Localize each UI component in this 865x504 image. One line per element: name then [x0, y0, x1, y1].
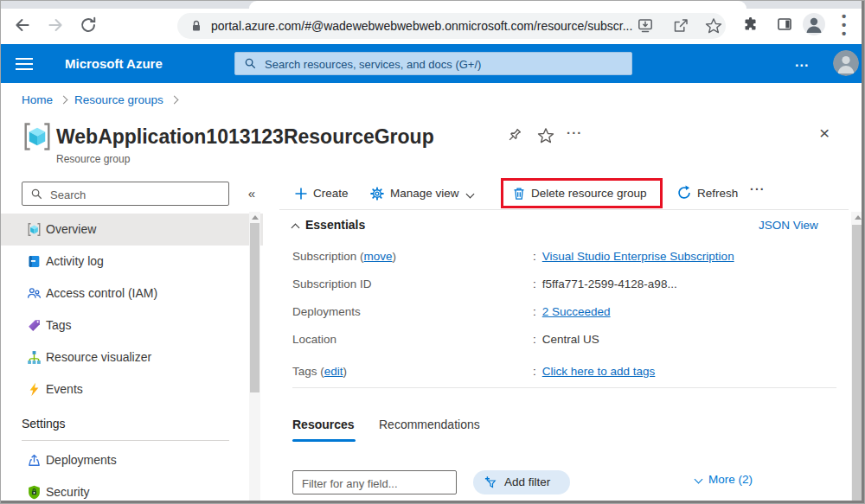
page-subtitle: Resource group — [56, 153, 130, 165]
divider — [22, 440, 229, 441]
resource-group-icon — [27, 222, 42, 237]
plus-icon — [294, 187, 308, 201]
location-value: Central US — [542, 333, 599, 346]
json-view-link[interactable]: JSON View — [759, 219, 818, 232]
active-tab[interactable] — [249, 1, 746, 9]
save-to-device-icon[interactable] — [637, 17, 654, 35]
sidebar-item-deployments[interactable]: Deployments — [1, 444, 263, 476]
close-icon[interactable]: × — [819, 123, 830, 144]
subscription-link[interactable]: Visual Studio Enterprise Subscription — [542, 250, 734, 263]
share-icon[interactable] — [672, 17, 689, 35]
scroll-up-arrow-icon[interactable] — [855, 215, 862, 220]
sidebar-search-input[interactable] — [48, 183, 225, 206]
sidebar-section-settings: Settings — [22, 417, 66, 431]
essentials-row-subscription: Subscription (move) :Visual Studio Enter… — [1, 250, 849, 267]
filter-field[interactable] — [292, 470, 457, 494]
account-avatar[interactable] — [833, 50, 859, 76]
chevron-up-icon — [292, 224, 300, 233]
window-border — [862, 1, 864, 503]
global-search-input[interactable] — [263, 53, 621, 76]
add-tags-link[interactable]: Click here to add tags — [542, 365, 656, 378]
hamburger-menu-icon[interactable] — [16, 58, 33, 70]
side-panel-icon[interactable] — [776, 16, 793, 33]
chevron-right-icon — [60, 96, 68, 105]
tab-resources[interactable]: Resources — [292, 418, 355, 431]
essentials-row-tags: Tags (edit) :Click here to add tags — [1, 365, 849, 382]
add-filter-funnel-icon — [484, 475, 498, 489]
bookmark-star-icon[interactable] — [705, 17, 722, 35]
toolbar-overflow-icon[interactable]: ... — [750, 179, 766, 193]
browser-toolbar: portal.azure.com/#@wadewebwebwebweb.onmi… — [1, 9, 864, 43]
header-overflow-icon[interactable]: ... — [795, 44, 809, 83]
breadcrumb: HomeResource groups — [22, 93, 185, 111]
highlight-box — [501, 178, 663, 208]
move-link[interactable]: move — [364, 250, 393, 263]
address-bar[interactable]: portal.azure.com/#@wadewebwebwebweb.onmi… — [177, 13, 726, 39]
deployments-icon — [27, 453, 42, 468]
resource-visualizer-icon — [27, 350, 42, 365]
breadcrumb-resource-groups[interactable]: Resource groups — [74, 93, 163, 106]
refresh-icon — [676, 185, 692, 201]
window-border — [1, 501, 864, 503]
collapse-sidebar-icon[interactable]: « — [242, 182, 261, 206]
search-icon — [244, 57, 257, 70]
sidebar-search[interactable] — [22, 182, 229, 206]
divider — [279, 209, 849, 210]
essentials-row-deployments: Deployments :2 Succeeded — [1, 305, 849, 322]
pin-icon[interactable] — [505, 127, 522, 144]
security-icon — [27, 485, 42, 500]
browser-profile-avatar[interactable] — [802, 12, 826, 36]
chevron-down-icon — [695, 475, 703, 484]
active-tab-underline — [292, 439, 356, 442]
azure-header: Microsoft Azure ... — [1, 44, 864, 83]
create-button[interactable]: Create — [313, 182, 349, 206]
resource-group-icon — [22, 121, 53, 152]
chevron-down-icon — [466, 190, 475, 199]
back-icon[interactable] — [13, 16, 32, 35]
subscription-id-value: f5ffa771-2599-4128-a98... — [542, 278, 677, 290]
essentials-header[interactable]: Essentials — [292, 218, 365, 232]
breadcrumb-home[interactable]: Home — [22, 93, 53, 106]
divider — [292, 387, 836, 388]
deployments-link[interactable]: 2 Succeeded — [542, 305, 611, 318]
forward-icon[interactable] — [46, 16, 65, 35]
tab-recommendations[interactable]: Recommendations — [379, 418, 480, 431]
add-filter-button[interactable]: Add filter — [473, 470, 570, 494]
essentials-row-location: Location :Central US — [1, 333, 849, 350]
lock-icon[interactable] — [189, 19, 203, 33]
extensions-icon[interactable] — [742, 16, 759, 33]
events-icon — [27, 382, 42, 397]
scroll-up-arrow-icon[interactable] — [252, 215, 259, 220]
sidebar-item-overview[interactable]: Overview — [1, 214, 263, 246]
chevron-right-icon — [170, 96, 178, 105]
edit-tags-link[interactable]: edit — [324, 365, 343, 378]
filter-input[interactable] — [300, 472, 452, 494]
more-filters-link[interactable]: More (2) — [695, 473, 753, 486]
browser-menu-icon[interactable]: ••• — [842, 12, 847, 38]
manage-view-button[interactable]: Manage view — [390, 182, 459, 206]
global-search[interactable] — [234, 52, 632, 75]
browser-window: portal.azure.com/#@wadewebwebwebweb.onmi… — [0, 0, 865, 504]
reload-icon[interactable] — [79, 16, 98, 35]
url-text[interactable]: portal.azure.com/#@wadewebwebwebweb.onmi… — [211, 13, 632, 39]
refresh-button[interactable]: Refresh — [697, 182, 738, 206]
essentials-row-subscription-id: Subscription ID :f5ffa771-2599-4128-a98.… — [1, 278, 849, 295]
favorite-star-icon[interactable] — [537, 127, 554, 144]
gear-icon — [370, 187, 384, 201]
azure-brand[interactable]: Microsoft Azure — [65, 44, 163, 83]
title-overflow-icon[interactable]: ... — [567, 122, 583, 137]
search-icon — [30, 188, 43, 201]
page-title: WebApplication1013123ResourceGroup — [56, 121, 434, 152]
